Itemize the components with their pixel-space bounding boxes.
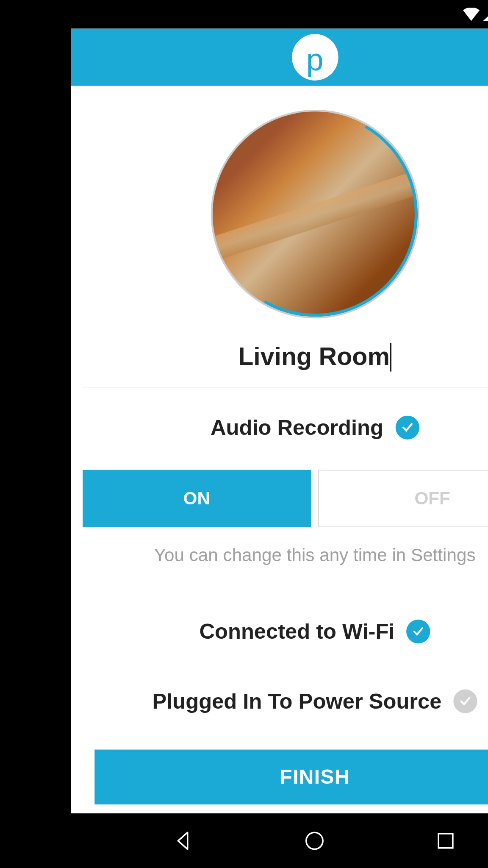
nav-recent-icon[interactable]: [434, 829, 458, 853]
power-status-label: Plugged In To Power Source: [152, 689, 441, 714]
app-header: p: [71, 29, 488, 86]
audio-recording-label: Audio Recording: [210, 415, 383, 440]
divider: [83, 387, 488, 388]
navigation-bar: [71, 813, 488, 868]
text-cursor: [390, 343, 391, 372]
signal-icon: [483, 8, 488, 21]
app-logo: p: [291, 34, 338, 81]
nav-home-icon[interactable]: [303, 829, 327, 853]
wifi-status-label: Connected to Wi-Fi: [199, 619, 394, 644]
checkmark-icon: [453, 689, 477, 713]
finish-button[interactable]: FINISH: [94, 749, 488, 804]
status-bar: 79 1:46: [71, 0, 488, 29]
svg-rect-1: [438, 834, 453, 848]
audio-hint-text: You can change this any time in Settings: [83, 545, 488, 565]
wifi-icon: [463, 8, 480, 21]
camera-preview[interactable]: [210, 110, 419, 318]
checkmark-icon: [395, 416, 419, 440]
camera-image: [212, 111, 417, 317]
checkmark-icon: [406, 620, 430, 643]
audio-off-button[interactable]: OFF: [318, 470, 488, 527]
audio-on-button[interactable]: ON: [83, 470, 311, 527]
audio-toggle-group: ON OFF: [83, 470, 488, 527]
nav-back-icon[interactable]: [172, 829, 195, 853]
device-name-input[interactable]: Living Room: [83, 337, 488, 379]
svg-point-0: [306, 832, 323, 849]
